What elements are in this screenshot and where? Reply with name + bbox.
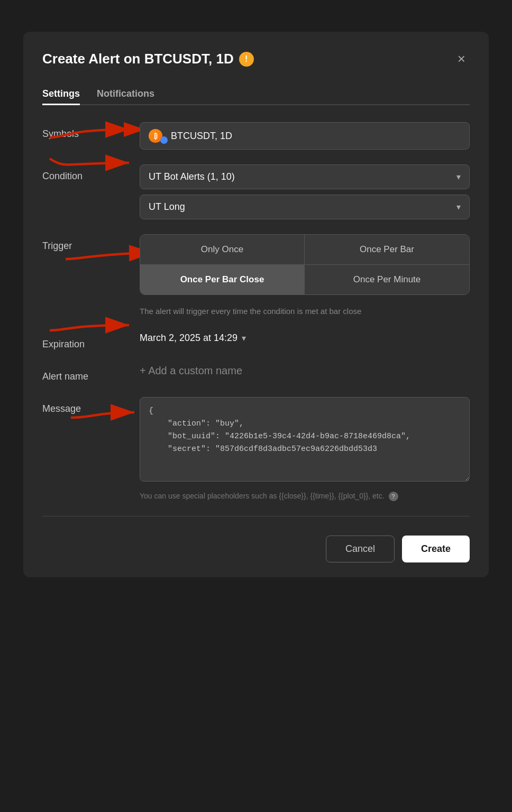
- tab-settings[interactable]: Settings: [42, 84, 80, 105]
- symbol-badge: [160, 136, 168, 144]
- trigger-row: Trigger Only Once Once Per Bar Once Per …: [42, 234, 470, 318]
- condition-chevron-1: ▾: [456, 172, 461, 182]
- btc-icon-wrap: ₿: [149, 129, 167, 143]
- condition-row: Condition UT Bot Alerts (1, 10) ▾ UT Lon…: [42, 164, 470, 219]
- condition-control: UT Bot Alerts (1, 10) ▾ UT Long ▾: [140, 164, 470, 219]
- symbols-control: ₿ BTCUSDT, 1D: [140, 122, 470, 150]
- message-control: { "action": "buy", "bot_uuid": "4226b1e5…: [140, 397, 470, 502]
- modal-overlay: Create Alert on BTCUSDT, 1D ! × Settings…: [0, 0, 512, 812]
- expiration-control: March 2, 2025 at 14:29 ▾: [140, 333, 470, 344]
- condition-label: Condition: [42, 164, 127, 182]
- alert-name-control: + Add a custom name: [140, 365, 470, 377]
- add-alert-name-button[interactable]: + Add a custom name: [140, 365, 470, 377]
- condition-value-1: UT Bot Alerts (1, 10): [149, 171, 235, 182]
- trigger-once-per-minute[interactable]: Once Per Minute: [305, 265, 469, 294]
- alert-name-label: Alert name: [42, 365, 127, 382]
- expiration-row: Expiration March 2, 2025 at 14:29 ▾: [42, 333, 470, 350]
- trigger-once-per-bar[interactable]: Once Per Bar: [305, 235, 469, 265]
- symbols-row: Symbols ₿ BTCUSDT, 1D: [42, 122, 470, 150]
- condition-select-1[interactable]: UT Bot Alerts (1, 10) ▾: [140, 164, 470, 189]
- expiration-select[interactable]: March 2, 2025 at 14:29 ▾: [140, 333, 470, 344]
- message-hint: You can use special placeholders such as…: [140, 491, 470, 502]
- modal-title: Create Alert on BTCUSDT, 1D: [42, 51, 234, 67]
- symbols-value: BTCUSDT, 1D: [171, 131, 232, 142]
- tab-notifications[interactable]: Notifications: [97, 84, 154, 105]
- trigger-label: Trigger: [42, 234, 127, 252]
- condition-select-2[interactable]: UT Long ▾: [140, 195, 470, 219]
- message-label: Message: [42, 397, 127, 414]
- alert-name-row: Alert name + Add a custom name: [42, 365, 470, 382]
- message-row: Message { "action": "buy", "bot_uuid": "…: [42, 397, 470, 502]
- symbols-select[interactable]: ₿ BTCUSDT, 1D: [140, 122, 470, 150]
- help-icon[interactable]: ?: [389, 492, 398, 501]
- condition-chevron-2: ▾: [456, 202, 461, 212]
- trigger-hint: The alert will trigger every time the co…: [140, 306, 470, 318]
- trigger-only-once[interactable]: Only Once: [140, 235, 305, 265]
- expiration-value: March 2, 2025 at 14:29: [140, 333, 237, 344]
- modal-title-wrap: Create Alert on BTCUSDT, 1D !: [42, 51, 254, 67]
- add-alert-name-text: + Add a custom name: [140, 365, 242, 376]
- footer-divider: [42, 516, 470, 516]
- condition-value-2: UT Long: [149, 201, 185, 213]
- warning-icon: !: [239, 52, 254, 67]
- message-textarea[interactable]: { "action": "buy", "bot_uuid": "4226b1e5…: [140, 397, 470, 482]
- modal-header: Create Alert on BTCUSDT, 1D ! ×: [42, 49, 470, 69]
- modal-footer: Cancel Create: [42, 531, 470, 562]
- close-button[interactable]: ×: [453, 49, 470, 69]
- expiration-chevron: ▾: [242, 333, 246, 343]
- create-button[interactable]: Create: [402, 536, 470, 562]
- trigger-control: Only Once Once Per Bar Once Per Bar Clos…: [140, 234, 470, 318]
- trigger-once-per-bar-close[interactable]: Once Per Bar Close: [140, 265, 305, 294]
- expiration-label: Expiration: [42, 333, 127, 350]
- trigger-grid: Only Once Once Per Bar Once Per Bar Clos…: [140, 234, 470, 295]
- message-hint-text: You can use special placeholders such as…: [140, 492, 385, 500]
- tabs-container: Settings Notifications: [42, 84, 470, 105]
- symbols-label: Symbols: [42, 122, 127, 140]
- cancel-button[interactable]: Cancel: [326, 536, 395, 562]
- modal-container: Create Alert on BTCUSDT, 1D ! × Settings…: [23, 32, 489, 577]
